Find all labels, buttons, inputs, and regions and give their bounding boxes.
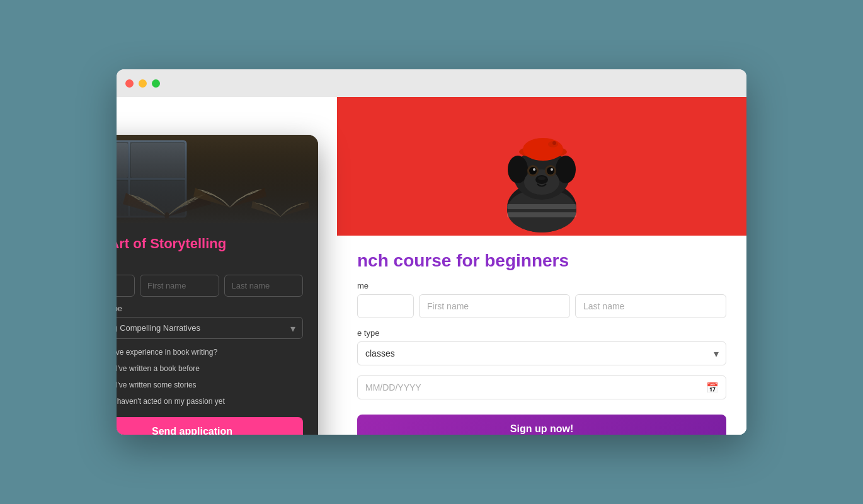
french-course-type-label: e type bbox=[357, 328, 726, 338]
french-last-name-input[interactable] bbox=[575, 294, 726, 318]
svg-rect-2 bbox=[507, 204, 576, 209]
modal-title: The Art of Storytelling bbox=[117, 236, 303, 252]
modal-name-row bbox=[117, 275, 303, 297]
radio-group: Yes, I've written a book before Yes, I'v… bbox=[117, 363, 303, 407]
french-name-row bbox=[357, 294, 726, 318]
browser-content: nch course for beginners me e type class… bbox=[117, 97, 746, 435]
svg-point-16 bbox=[538, 176, 546, 180]
send-application-button[interactable]: Send application bbox=[117, 417, 303, 435]
storytelling-modal: The Art of Storytelling Full name Course… bbox=[117, 135, 318, 435]
svg-point-14 bbox=[551, 168, 553, 171]
french-first-name-input[interactable] bbox=[419, 294, 570, 318]
french-date-input[interactable] bbox=[357, 375, 726, 399]
browser-titlebar bbox=[117, 69, 746, 97]
calendar-icon: 📅 bbox=[706, 382, 719, 394]
traffic-light-red[interactable] bbox=[125, 79, 134, 88]
french-name-label: me bbox=[357, 281, 726, 290]
svg-rect-31 bbox=[117, 135, 318, 223]
browser-window: nch course for beginners me e type class… bbox=[117, 69, 746, 435]
modal-course-type-label: Course type bbox=[117, 304, 303, 313]
svg-point-18 bbox=[523, 138, 563, 161]
modal-body: The Art of Storytelling Full name Course… bbox=[117, 223, 318, 435]
radio-label-2: Yes, I've written some stories bbox=[117, 381, 197, 389]
french-course-body: nch course for beginners me e type class… bbox=[337, 236, 746, 435]
french-date-group: 📅 bbox=[357, 375, 726, 399]
svg-point-11 bbox=[529, 167, 537, 175]
modal-course-type-wrapper: Crafting Compelling Narratives ▾ bbox=[117, 317, 303, 339]
svg-point-20 bbox=[552, 141, 556, 145]
french-course-type-select[interactable]: classes bbox=[357, 341, 726, 365]
dog-illustration bbox=[337, 97, 746, 236]
french-course-title: nch course for beginners bbox=[357, 251, 726, 271]
experience-question: Do you have experience in book writing? bbox=[117, 348, 303, 357]
french-course-type-group: e type classes ▾ bbox=[357, 328, 726, 365]
modal-course-type-select[interactable]: Crafting Compelling Narratives bbox=[117, 317, 303, 339]
modal-first-name-input[interactable] bbox=[140, 275, 219, 297]
french-course-card: nch course for beginners me e type class… bbox=[337, 97, 746, 435]
french-date-wrapper: 📅 bbox=[357, 375, 726, 399]
french-course-type-wrapper: classes ▾ bbox=[357, 341, 726, 365]
french-name-group: me bbox=[357, 281, 726, 318]
traffic-light-green[interactable] bbox=[152, 79, 160, 88]
modal-prefix-input[interactable] bbox=[117, 275, 135, 297]
signup-button[interactable]: Sign up now! bbox=[357, 415, 726, 435]
radio-option-2[interactable]: Yes, I've written some stories bbox=[117, 379, 303, 391]
modal-name-label: Full name bbox=[117, 262, 303, 271]
modal-last-name-input[interactable] bbox=[224, 275, 304, 297]
traffic-light-yellow[interactable] bbox=[139, 79, 147, 88]
french-prefix-input[interactable] bbox=[357, 294, 414, 318]
radio-label-1: Yes, I've written a book before bbox=[117, 364, 200, 373]
modal-hero bbox=[117, 135, 318, 223]
french-course-hero bbox=[337, 97, 746, 236]
radio-option-3[interactable]: No, I haven't acted on my passion yet bbox=[117, 396, 303, 407]
radio-option-1[interactable]: Yes, I've written a book before bbox=[117, 363, 303, 374]
svg-rect-3 bbox=[507, 212, 576, 217]
svg-point-13 bbox=[533, 168, 535, 171]
svg-point-12 bbox=[547, 167, 554, 175]
radio-label-3: No, I haven't acted on my passion yet bbox=[117, 397, 225, 406]
